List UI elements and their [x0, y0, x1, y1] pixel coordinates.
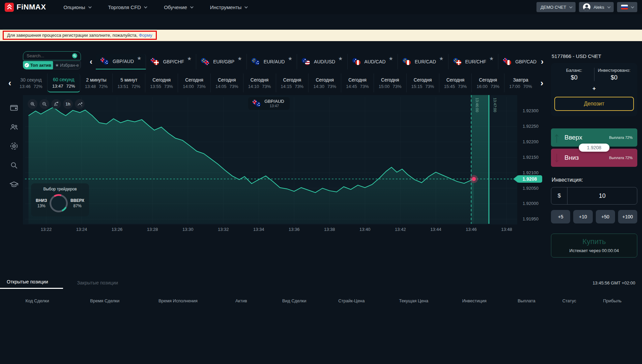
increment-buttons: +5+10+50+100	[551, 210, 637, 223]
expiry-tab-1430[interactable]: Сегодня14:3073%	[309, 73, 341, 92]
increment-5-button[interactable]: +5	[551, 210, 570, 223]
expiry-tab-1347[interactable]: 60 секунд13:4772%	[48, 73, 80, 92]
favorite-star-icon[interactable]: ★	[489, 56, 494, 62]
svg-text:13:40: 13:40	[359, 227, 371, 232]
education-icon[interactable]	[9, 180, 19, 189]
zoom-out-icon[interactable]	[39, 99, 49, 109]
increment-10-button[interactable]: +10	[573, 210, 592, 223]
favorite-star-icon[interactable]: ★	[389, 56, 393, 62]
expiry-tab-1400[interactable]: Сегодня14:0073%	[178, 73, 211, 92]
nav-item-4[interactable]: Инструменты	[210, 4, 247, 10]
asset-tab-eurgbp[interactable]: EUR/GBP★	[196, 54, 246, 69]
expiry-tab-1405[interactable]: Сегодня14:0573%	[211, 73, 243, 92]
asset-filter-toggle: ✓ Топ актив ★ Избран-е	[23, 61, 81, 69]
add-funds-icon[interactable]: +	[554, 85, 634, 92]
chart-canvas[interactable]: 13:46:0013:47:001.92081.919501.920001.92…	[23, 95, 547, 234]
increment-100-button[interactable]: +100	[618, 210, 637, 223]
usd-flag-icon	[304, 60, 310, 65]
expiry-tab-1445[interactable]: Сегодня14:4573%	[341, 73, 374, 92]
server-timestamp: 13:45:56 GMT +02:00	[592, 280, 635, 289]
expiry-tab-1346[interactable]: 30 секунд13:4672%	[15, 73, 48, 92]
nav-item-1[interactable]: Опционы	[63, 4, 90, 10]
asset-tab-audusd[interactable]: AUD/USD★	[297, 54, 347, 69]
price-chart[interactable]: 13:46:0013:47:001.92081.919501.920001.92…	[23, 95, 547, 234]
chart-type-icon[interactable]	[51, 99, 61, 109]
expiry-time: 13:48	[85, 84, 96, 89]
asset-tab-gbpchf[interactable]: GBP/CHF★	[146, 54, 196, 69]
buy-button[interactable]: Купить Истекает через 00:00:04	[551, 234, 637, 257]
assets-scroll-right-icon[interactable]: ›	[537, 54, 547, 69]
timeframe-1h-button[interactable]: 1h	[63, 99, 73, 109]
wallet-icon[interactable]	[9, 103, 19, 112]
asset-tab-eurcad[interactable]: EUR/CAD★	[398, 54, 448, 69]
favorite-star-icon[interactable]: ★	[439, 56, 443, 62]
expiry-scroll-left-icon[interactable]: ‹	[5, 78, 15, 88]
asset-tab-eurchf[interactable]: EUR/CHF★	[448, 54, 499, 69]
cad-flag-icon	[506, 60, 512, 65]
nav-item-2[interactable]: Торговля CFD	[108, 4, 147, 10]
positions-tab-open[interactable]: Открытые позиции	[0, 279, 63, 289]
assets-scroll-left-icon[interactable]: ‹	[86, 54, 96, 69]
expiry-tab-1600[interactable]: Сегодня16:0073%	[472, 73, 504, 92]
expiry-name: 2 минуты	[86, 77, 106, 83]
expiry-payout: 72%	[66, 84, 75, 89]
expiry-tab-1351[interactable]: 5 минут13:5172%	[113, 73, 145, 92]
top-assets-chip[interactable]: ✓ Топ актив	[23, 61, 53, 69]
svg-text:13:38: 13:38	[324, 227, 335, 232]
nav-item-3[interactable]: Обучение	[164, 4, 193, 10]
amount-input[interactable]	[567, 187, 637, 204]
expiry-tab-1415[interactable]: Сегодня14:1573%	[276, 73, 309, 92]
target-icon[interactable]	[9, 142, 19, 151]
star-icon: ★	[55, 63, 59, 68]
asset-tab-audcad[interactable]: AUD/CAD★	[348, 54, 398, 69]
expiry-tab-1500[interactable]: Сегодня15:0073%	[374, 73, 407, 92]
expiry-tab-1410[interactable]: Сегодня14:1073%	[243, 73, 276, 92]
zoom-in-icon[interactable]	[28, 99, 37, 109]
asset-tab-gbpaud[interactable]: GBP/AUD★	[96, 54, 146, 69]
finmax-logo[interactable]: FiNMAX	[5, 3, 46, 12]
search-input[interactable]	[27, 53, 70, 58]
expiry-name: Завтра	[513, 77, 528, 83]
increment-50-button[interactable]: +50	[596, 210, 615, 223]
svg-text:13:26: 13:26	[112, 227, 123, 232]
asset-tab-gbpcad[interactable]: GBP/CAD★	[498, 54, 537, 69]
favorite-star-icon[interactable]: ★	[137, 55, 141, 61]
asset-tab-euraud[interactable]: EUR/AUD★	[247, 54, 297, 69]
favorite-star-icon[interactable]: ★	[237, 56, 242, 62]
registration-form-link[interactable]: Форму	[139, 33, 152, 38]
users-icon[interactable]	[9, 122, 19, 131]
expiry-tab-1515[interactable]: Сегодня15:1573%	[407, 73, 439, 92]
search-icon[interactable]	[72, 53, 77, 58]
asset-flags-icon	[301, 58, 311, 66]
user-menu-button[interactable]: Aleks	[579, 2, 614, 12]
favorite-star-icon[interactable]: ★	[187, 56, 192, 62]
favorite-star-icon[interactable]: ★	[288, 56, 292, 62]
expiry-time-payout: 14:1573%	[281, 84, 304, 89]
current-price-pill: 1.9208	[579, 144, 610, 152]
deposit-button[interactable]: Депозит	[554, 97, 634, 111]
search-icon[interactable]	[9, 161, 19, 170]
expiry-name: Сегодня	[152, 77, 171, 83]
expiry-tab-1545[interactable]: Сегодня15:4573%	[439, 73, 472, 92]
expiry-tab-1700[interactable]: Завтра17:0070%	[504, 73, 537, 92]
expiry-tab-1348[interactable]: 2 минуты13:4872%	[80, 73, 113, 92]
expiry-time-payout: 16:0073%	[476, 84, 499, 89]
traders-choice-donut	[50, 194, 68, 212]
favorite-star-icon[interactable]: ★	[338, 56, 343, 62]
expiry-tab-1355[interactable]: Сегодня13:5573%	[145, 73, 178, 92]
language-selector[interactable]	[617, 2, 637, 12]
expiry-scroll-right-icon[interactable]: ›	[537, 78, 547, 88]
expiry-payout: 73%	[295, 84, 303, 89]
asset-tab-label: EUR/GBP	[213, 59, 234, 64]
positions-tab-closed[interactable]: Закрытые позиции	[77, 280, 118, 289]
column-header: Статус	[549, 298, 589, 303]
expiry-time: 14:45	[346, 84, 357, 89]
trend-icon[interactable]	[75, 99, 85, 109]
column-header: Прибыль	[589, 298, 635, 303]
favorites-chip[interactable]: ★ Избран-е	[53, 61, 81, 69]
column-header: Время Исполнения	[142, 298, 214, 303]
demo-account-button[interactable]: ДЕМО СЧЕТ	[536, 2, 576, 12]
expiry-tabs: 30 секунд13:4672%60 секунд13:4772%2 мину…	[15, 73, 537, 92]
svg-text:13:44: 13:44	[430, 227, 441, 232]
expiry-name: Сегодня	[479, 77, 497, 83]
